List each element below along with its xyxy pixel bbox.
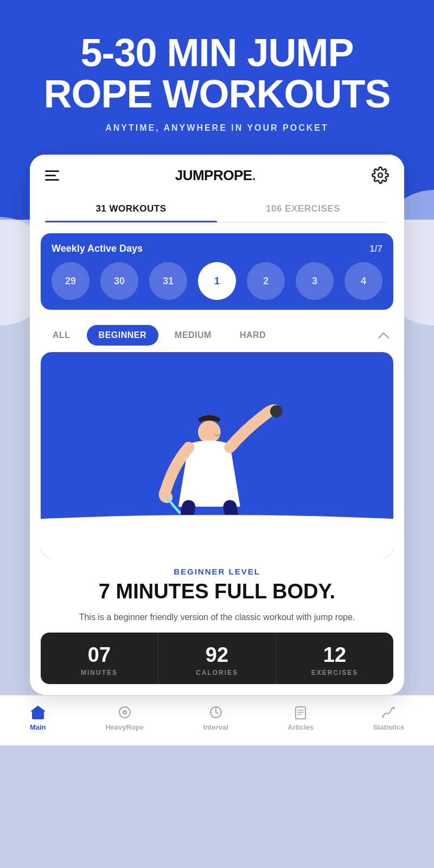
tab-exercises[interactable]: 106 EXERCISES	[217, 196, 389, 222]
workout-description: This is a beginner friendly version of t…	[41, 611, 393, 624]
day-bubble[interactable]: 30	[100, 262, 138, 300]
svg-point-12	[382, 716, 384, 718]
stat-label: MINUTES	[46, 669, 152, 676]
svg-point-13	[393, 707, 395, 709]
workout-image	[41, 352, 393, 558]
menu-button[interactable]	[45, 170, 59, 181]
chevron-up-icon[interactable]	[374, 326, 393, 345]
app-logo: JUMPROPE.	[175, 167, 256, 184]
interval-icon	[208, 704, 224, 720]
filter-pill-hard[interactable]: HARD	[228, 325, 278, 346]
articles-icon	[292, 704, 309, 720]
tab-bar: 31 WORKOUTS 106 EXERCISES	[45, 196, 389, 222]
filter-row: ALLBEGINNERMEDIUMHARD	[30, 318, 404, 352]
app-header: JUMPROPE.	[30, 155, 404, 196]
home-icon	[30, 704, 46, 720]
svg-point-0	[198, 421, 221, 444]
stats-bar: 07MINUTES92CALORIES12EXERCISES	[41, 633, 393, 684]
nav-label: Interval	[203, 723, 228, 731]
days-row: 2930311234	[52, 262, 382, 300]
day-bubble[interactable]: 2	[247, 262, 285, 300]
svg-point-6	[124, 711, 125, 713]
workout-title: 7 MINUTES FULL BODY.	[41, 580, 393, 603]
heavyrope-icon	[117, 704, 133, 720]
weekly-count: 1/7	[369, 244, 382, 254]
bottom-nav: Main HeavyRope Interval Articles Statist…	[0, 695, 434, 745]
weekly-title: Weekly Active Days	[52, 243, 143, 254]
stat-item: 12EXERCISES	[276, 633, 393, 684]
nav-item-statistics[interactable]: Statistics	[364, 701, 413, 735]
filter-pill-medium[interactable]: MEDIUM	[163, 325, 224, 346]
svg-rect-3	[36, 714, 40, 719]
statistics-icon	[380, 704, 397, 720]
day-bubble[interactable]: 3	[296, 262, 334, 300]
tab-workouts[interactable]: 31 WORKOUTS	[45, 196, 217, 222]
nav-label: Statistics	[373, 723, 404, 731]
day-bubble[interactable]: 31	[149, 262, 187, 300]
stat-value: 12	[282, 643, 388, 667]
person-svg	[41, 352, 393, 558]
day-bubble[interactable]: 1	[198, 262, 236, 300]
day-bubble[interactable]: 4	[344, 262, 382, 300]
nav-label: Articles	[288, 723, 314, 731]
workout-card: BEGINNER LEVEL 7 MINUTES FULL BODY. This…	[41, 352, 393, 624]
hero-subtitle: ANYTIME, ANYWHERE IN YOUR POCKET	[22, 123, 412, 133]
svg-rect-8	[296, 707, 305, 719]
weekly-active-days: Weekly Active Days 1/7 2930311234	[41, 233, 393, 310]
day-bubble[interactable]: 29	[52, 262, 90, 300]
app-card: JUMPROPE. 31 WORKOUTS 106 EXERCISES Week…	[30, 155, 404, 695]
stat-label: CALORIES	[164, 669, 270, 676]
svg-point-1	[270, 405, 283, 418]
stat-item: 07MINUTES	[41, 633, 158, 684]
nav-item-interval[interactable]: Interval	[195, 701, 237, 735]
hero-title: 5-30 MIN JUMP ROPE WORKOUTS	[22, 33, 412, 114]
nav-item-heavyrope[interactable]: HeavyRope	[97, 701, 152, 735]
nav-label: HeavyRope	[105, 723, 144, 731]
filter-pill-all[interactable]: ALL	[41, 325, 82, 346]
nav-item-articles[interactable]: Articles	[279, 701, 322, 735]
stat-label: EXERCISES	[282, 669, 388, 676]
stat-item: 92CALORIES	[158, 633, 276, 684]
nav-label: Main	[30, 723, 46, 731]
filter-pill-beginner[interactable]: BEGINNER	[87, 325, 158, 346]
settings-button[interactable]	[372, 167, 389, 184]
stat-value: 07	[46, 643, 152, 667]
stat-value: 92	[164, 643, 270, 667]
nav-item-main[interactable]: Main	[21, 701, 55, 735]
workout-level: BEGINNER LEVEL	[41, 567, 393, 576]
